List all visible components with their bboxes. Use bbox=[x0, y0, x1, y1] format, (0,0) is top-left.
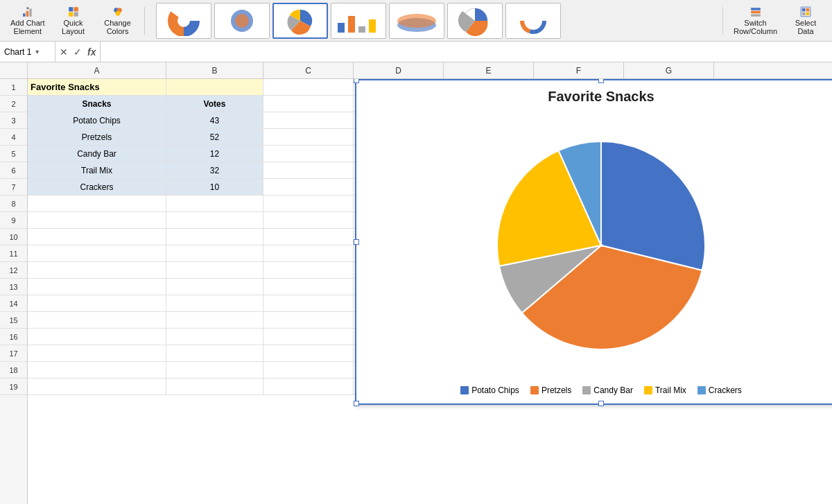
quick-layout-button[interactable]: Quick Layout bbox=[53, 3, 94, 39]
row-num-16[interactable]: 16 bbox=[0, 329, 27, 345]
col-header-e[interactable]: E bbox=[444, 62, 534, 78]
cell-b2[interactable]: Votes bbox=[166, 96, 263, 112]
add-chart-element-button[interactable]: Add Chart Element bbox=[6, 3, 50, 39]
resize-handle-top-center[interactable] bbox=[598, 79, 604, 83]
row-num-18[interactable]: 18 bbox=[0, 362, 27, 379]
cell-c12[interactable] bbox=[263, 262, 354, 279]
cell-c9[interactable] bbox=[263, 212, 354, 229]
row-num-3[interactable]: 3 bbox=[0, 112, 27, 129]
cell-b11[interactable] bbox=[166, 245, 263, 262]
cell-a12[interactable] bbox=[28, 262, 166, 279]
cell-a19[interactable] bbox=[28, 379, 166, 395]
row-num-14[interactable]: 14 bbox=[0, 295, 27, 312]
cell-a11[interactable] bbox=[28, 245, 166, 262]
resize-handle-bot-center[interactable] bbox=[598, 401, 604, 406]
row-num-19[interactable]: 19 bbox=[0, 379, 27, 395]
cell-c13[interactable] bbox=[263, 279, 354, 295]
cell-c14[interactable] bbox=[263, 295, 354, 312]
cell-a9[interactable] bbox=[28, 212, 166, 229]
cell-b17[interactable] bbox=[166, 345, 263, 362]
cell-c4[interactable] bbox=[263, 129, 354, 146]
cell-c18[interactable] bbox=[263, 362, 354, 379]
cell-b6[interactable]: 32 bbox=[166, 162, 263, 179]
chart-thumb-3[interactable] bbox=[272, 3, 328, 39]
row-num-10[interactable]: 10 bbox=[0, 229, 27, 245]
cell-a6[interactable]: Trail Mix bbox=[28, 162, 166, 179]
cell-b18[interactable] bbox=[166, 362, 263, 379]
cell-a4[interactable]: Pretzels bbox=[28, 129, 166, 146]
cell-b3[interactable]: 43 bbox=[166, 112, 263, 129]
cell-a16[interactable] bbox=[28, 329, 166, 345]
cell-c16[interactable] bbox=[263, 329, 354, 345]
cell-c11[interactable] bbox=[263, 245, 354, 262]
name-box[interactable]: Chart 1 ▼ bbox=[0, 42, 55, 62]
cell-a5[interactable]: Candy Bar bbox=[28, 146, 166, 162]
cell-c15[interactable] bbox=[263, 312, 354, 329]
col-header-b[interactable]: B bbox=[166, 62, 263, 78]
resize-handle-bot-left[interactable] bbox=[354, 401, 359, 406]
cell-b9[interactable] bbox=[166, 212, 263, 229]
row-num-11[interactable]: 11 bbox=[0, 245, 27, 262]
cell-c2[interactable] bbox=[263, 96, 354, 112]
cell-c6[interactable] bbox=[263, 162, 354, 179]
row-num-5[interactable]: 5 bbox=[0, 146, 27, 162]
row-num-17[interactable]: 17 bbox=[0, 345, 27, 362]
cell-b1[interactable] bbox=[166, 79, 263, 96]
select-data-button[interactable]: Select Data bbox=[785, 3, 826, 39]
chart-thumb-5[interactable] bbox=[389, 3, 444, 39]
cell-b16[interactable] bbox=[166, 329, 263, 345]
col-header-d[interactable]: D bbox=[354, 62, 444, 78]
cell-a14[interactable] bbox=[28, 295, 166, 312]
confirm-formula-icon[interactable]: ✓ bbox=[72, 46, 83, 58]
cell-b7[interactable]: 10 bbox=[166, 179, 263, 195]
row-num-9[interactable]: 9 bbox=[0, 212, 27, 229]
row-num-1[interactable]: 1 bbox=[0, 79, 27, 96]
cell-b19[interactable] bbox=[166, 379, 263, 395]
change-colors-button[interactable]: Change Colors bbox=[97, 3, 139, 39]
cell-a17[interactable] bbox=[28, 345, 166, 362]
row-num-13[interactable]: 13 bbox=[0, 279, 27, 295]
col-header-f[interactable]: F bbox=[534, 62, 624, 78]
cell-a7[interactable]: Crackers bbox=[28, 179, 166, 195]
chart-thumb-1[interactable] bbox=[156, 3, 211, 39]
cancel-formula-icon[interactable]: ✕ bbox=[58, 46, 69, 58]
chart-thumb-6[interactable] bbox=[447, 3, 503, 39]
row-num-2[interactable]: 2 bbox=[0, 96, 27, 112]
row-num-15[interactable]: 15 bbox=[0, 312, 27, 329]
cell-c5[interactable] bbox=[263, 146, 354, 162]
cell-b5[interactable]: 12 bbox=[166, 146, 263, 162]
cell-c7[interactable] bbox=[263, 179, 354, 195]
chart-container[interactable]: Favorite SnacksPotato ChipsPretzelsCandy… bbox=[355, 79, 832, 405]
cell-a3[interactable]: Potato Chips bbox=[28, 112, 166, 129]
cell-b13[interactable] bbox=[166, 279, 263, 295]
cell-c8[interactable] bbox=[263, 195, 354, 212]
cell-a10[interactable] bbox=[28, 229, 166, 245]
cell-c19[interactable] bbox=[263, 379, 354, 395]
formula-input[interactable] bbox=[101, 47, 832, 57]
resize-handle-mid-left[interactable] bbox=[354, 239, 359, 245]
cell-c3[interactable] bbox=[263, 112, 354, 129]
cell-b4[interactable]: 52 bbox=[166, 129, 263, 146]
row-num-12[interactable]: 12 bbox=[0, 262, 27, 279]
cell-b12[interactable] bbox=[166, 262, 263, 279]
cell-c17[interactable] bbox=[263, 345, 354, 362]
col-header-g[interactable]: G bbox=[624, 62, 714, 78]
cell-b14[interactable] bbox=[166, 295, 263, 312]
chart-thumb-2[interactable] bbox=[214, 3, 270, 39]
cell-b10[interactable] bbox=[166, 229, 263, 245]
row-num-7[interactable]: 7 bbox=[0, 179, 27, 195]
chart-thumb-4[interactable] bbox=[331, 3, 386, 39]
cell-a8[interactable] bbox=[28, 195, 166, 212]
row-num-4[interactable]: 4 bbox=[0, 129, 27, 146]
col-header-c[interactable]: C bbox=[263, 62, 354, 78]
cell-b15[interactable] bbox=[166, 312, 263, 329]
cell-a18[interactable] bbox=[28, 362, 166, 379]
chart-thumb-7[interactable] bbox=[505, 3, 561, 39]
cell-a15[interactable] bbox=[28, 312, 166, 329]
row-num-8[interactable]: 8 bbox=[0, 195, 27, 212]
row-num-6[interactable]: 6 bbox=[0, 162, 27, 179]
resize-handle-top-left[interactable] bbox=[354, 79, 359, 83]
cell-c10[interactable] bbox=[263, 229, 354, 245]
cell-a2[interactable]: Snacks bbox=[28, 96, 166, 112]
switch-row-column-button[interactable]: ↔ Switch Row/Column bbox=[729, 3, 782, 39]
